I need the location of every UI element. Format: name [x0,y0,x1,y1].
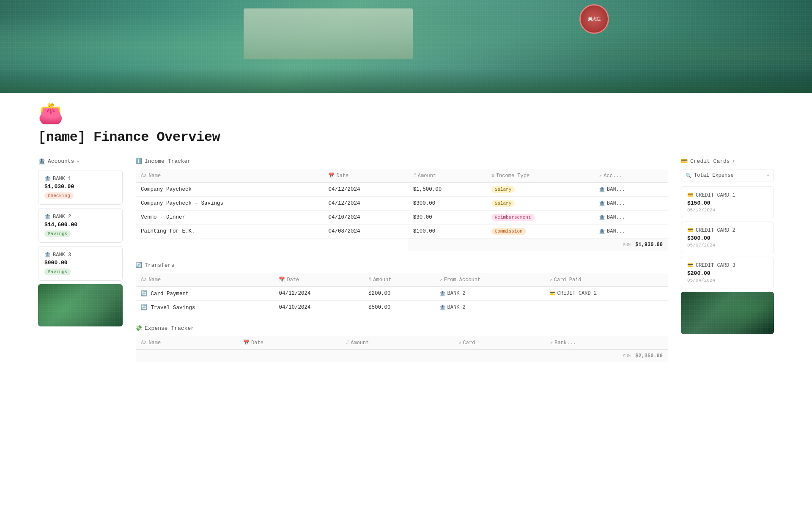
cc-filter-arrow-icon: ▾ [767,173,769,178]
credit-card-1[interactable]: 💳 CREDIT CARD 1 $150.00 05/12/2024 [681,186,774,218]
transfers-icon: 🔄 [135,262,142,269]
transfers-row2-name: 🔄 Travel Savings [136,301,274,315]
account-name-bank2: 🏦 BANK 2 [44,214,116,220]
transfers-row1-date: 04/12/2024 [274,287,363,301]
account-badge-bank2: Savings [44,230,71,237]
credit-card-2[interactable]: 💳 CREDIT CARD 2 $300.00 05/07/2024 [681,222,774,253]
account-card-bank3[interactable]: 🏦 BANK 3 $900.00 Savings [38,246,123,281]
transfers-col-from: ↗From Account [434,273,544,287]
credit-cards-icon: 💳 [681,158,688,164]
expense-col-bank: ↗Bank... [545,336,668,350]
cc3-name: 💳 CREDIT CARD 3 [687,262,768,269]
accounts-section-header[interactable]: 🏦 Accounts ▾ [38,158,123,165]
transfers-col-name: AaName [136,273,274,287]
account-card-bank1[interactable]: 🏦 BANK 1 $1,030.00 Checking [38,170,123,205]
credit-cards-sidebar-image [681,292,774,334]
income-row4-date: 04/08/2024 [323,225,408,238]
accounts-sidebar: 🏦 Accounts ▾ 🏦 BANK 1 $1,030.00 Checking… [38,158,123,326]
account-badge-bank3: Savings [44,269,71,275]
transfers-col-date: 📅Date [274,273,363,287]
income-row-3[interactable]: Venmo - Dinner 04/10/2024 $30.00 Reimbur… [136,211,668,225]
main-layout: 🏦 Accounts ▾ 🏦 BANK 1 $1,030.00 Checking… [0,158,812,373]
cc2-name: 💳 CREDIT CARD 2 [687,227,768,233]
income-row3-amount: $30.00 [408,211,486,225]
account-name-bank1: 🏦 BANK 1 [44,175,116,182]
income-row2-name: Company Paycheck - Savings [136,197,324,211]
income-row-1[interactable]: Company Paycheck 04/12/2024 $1,500.00 Sa… [136,183,668,197]
expense-sum-label: SUM [623,354,631,359]
cc1-icon: 💳 [687,192,694,198]
income-tracker-header-row: AaName 📅Date #Amount ≡Income Type ↗Acc. [136,169,668,183]
transfers-header-row: AaName 📅Date #Amount ↗From Account ↗Card… [136,273,668,287]
credit-cards-section-header: 💳 Credit Cards ▾ [681,158,774,164]
page-header: 👛 [name] Finance Overview [0,93,812,158]
expense-tracker-table: AaName 📅Date #Amount ↗Card ↗Bank... SUM … [135,336,668,363]
bank2-icon: 🏦 [44,214,51,220]
income-row-4[interactable]: Painting for E.K. 04/08/2024 $100.00 Com… [136,225,668,238]
expense-tracker-icon: 💸 [135,325,142,332]
expense-tracker-header: 💸 Expense Tracker [135,325,668,332]
transfers-col-card: ↗Card Paid [544,273,668,287]
transfers-row-2[interactable]: 🔄 Travel Savings 04/10/2024 $500.00 🏦BAN… [136,301,668,315]
income-row4-amount: $100.00 [408,225,486,238]
transfers-row2-amount: $500.00 [363,301,434,315]
account-sidebar-image [38,284,123,326]
account-balance-bank1: $1,030.00 [44,184,116,190]
credit-cards-filter[interactable]: 🔍 Total Expense ▾ [681,170,774,181]
income-tracker-header: ℹ️ Income Tracker [135,158,668,164]
transfers-table: AaName 📅Date #Amount ↗From Account ↗Card… [135,273,668,315]
expense-col-amount: #Amount [341,336,453,350]
hero-banner: 満火症 [0,0,812,93]
transfers-row1-from: 🏦BANK 2 [434,287,544,301]
transfers-header: 🔄 Transfers [135,262,668,269]
page-emoji: 👛 [38,101,774,126]
income-row4-account: 🏦BAN... [594,225,668,238]
income-tracker-icon: ℹ️ [135,158,142,164]
income-col-type: ≡Income Type [486,169,594,183]
income-row-2[interactable]: Company Paycheck - Savings 04/12/2024 $3… [136,197,668,211]
income-row1-amount: $1,500.00 [408,183,486,197]
income-sum-value: $1,930.00 [635,242,663,248]
account-badge-bank1: Checking [44,192,74,199]
transfers-row2-from: 🏦BANK 2 [434,301,544,315]
transfers-row2-card [544,301,668,315]
transfers-row-1[interactable]: 🔄 Card Payment 04/12/2024 $200.00 🏦BANK … [136,287,668,301]
expense-tracker-label: Expense Tracker [145,325,194,332]
income-sum-row: SUM $1,930.00 [136,238,668,252]
accounts-label: Accounts [48,158,74,164]
account-card-bank2[interactable]: 🏦 BANK 2 $14,600.00 Savings [38,208,123,243]
income-row4-type: Commission [486,225,594,238]
transfers-row1-name: 🔄 Card Payment [136,287,274,301]
cc2-date: 05/07/2024 [687,243,768,248]
income-col-name: AaName [136,169,324,183]
account-balance-bank2: $14,600.00 [44,222,116,228]
cc1-amount: $150.00 [687,200,768,206]
transfers-row2-date: 04/10/2024 [274,301,363,315]
transfers-row1-amount: $200.00 [363,287,434,301]
accounts-icon: 🏦 [38,158,45,165]
hero-sign: 満火症 [579,4,609,34]
expense-tracker-section: 💸 Expense Tracker AaName 📅Date #Amount ↗… [135,325,668,363]
expense-col-card: ↗Card [453,336,545,350]
accounts-arrow-icon: ▾ [77,159,79,164]
cc1-date: 05/12/2024 [687,208,768,213]
income-row1-date: 04/12/2024 [323,183,408,197]
expense-header-row: AaName 📅Date #Amount ↗Card ↗Bank... [136,336,668,350]
income-tracker-section: ℹ️ Income Tracker AaName 📅Date #Amount [135,158,668,252]
income-row1-account: 🏦BAN... [594,183,668,197]
credit-card-3[interactable]: 💳 CREDIT CARD 3 $200.00 05/04/2024 [681,257,774,288]
cc-filter-label: Total Expense [694,173,734,178]
income-col-account: ↗Acc... [594,169,668,183]
transfers-label: Transfers [145,262,174,269]
income-sum-label: SUM [623,243,631,247]
hero-greenery [0,68,812,93]
income-row3-account: 🏦BAN... [594,211,668,225]
search-icon: 🔍 [686,173,691,178]
expense-col-date: 📅Date [238,336,341,350]
cc2-icon: 💳 [687,227,694,233]
expense-sum-value: $2,350.00 [635,353,663,359]
hero-train-decoration [244,8,413,59]
expense-sum-row: SUM $2,350.00 [136,350,668,363]
transfers-section: 🔄 Transfers AaName 📅Date #Amount ↗From A… [135,262,668,315]
income-row1-name: Company Paycheck [136,183,324,197]
